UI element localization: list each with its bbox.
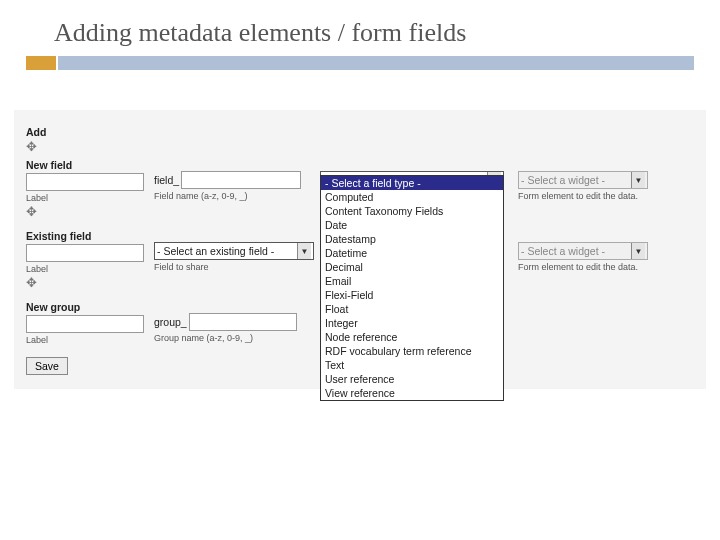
existing-field-widget-caption: Form element to edit the data. [518, 262, 694, 272]
existing-field-label-input[interactable] [26, 244, 144, 262]
field-type-option[interactable]: Float [321, 302, 503, 316]
field-type-option[interactable]: Decimal [321, 260, 503, 274]
slide-title: Adding metadata elements / form fields [0, 0, 720, 56]
field-type-option[interactable]: Date [321, 218, 503, 232]
underline-accent [26, 56, 56, 70]
field-name-prefix: field_ [154, 174, 179, 186]
drag-handle-icon[interactable]: ✥ [26, 205, 146, 218]
drag-handle-icon[interactable]: ✥ [26, 140, 694, 153]
field-type-option[interactable]: - Select a field type - [321, 176, 503, 190]
field-type-option[interactable]: Text [321, 358, 503, 372]
existing-field-heading: Existing field [26, 230, 146, 242]
new-group-label-caption: Label [26, 335, 146, 345]
new-group-heading: New group [26, 301, 146, 313]
existing-field-label-caption: Label [26, 264, 146, 274]
field-type-option[interactable]: Datetime [321, 246, 503, 260]
widget-selected: - Select a widget - [521, 245, 605, 257]
chevron-down-icon: ▼ [297, 243, 311, 259]
new-field-row: New field Label ✥ field_ Field name (a-z… [26, 157, 694, 222]
widget-selected: - Select a widget - [521, 174, 605, 186]
drag-handle-icon[interactable]: ✥ [26, 276, 146, 289]
new-field-label-caption: Label [26, 193, 146, 203]
underline-main [58, 56, 694, 70]
title-underline [26, 56, 694, 70]
new-field-label-input[interactable] [26, 173, 144, 191]
field-type-option[interactable]: Node reference [321, 330, 503, 344]
existing-field-selected: - Select an existing field - [157, 245, 274, 257]
existing-field-select[interactable]: - Select an existing field - ▼ [154, 242, 314, 260]
field-type-option[interactable]: Computed [321, 190, 503, 204]
new-field-widget-caption: Form element to edit the data. [518, 191, 694, 201]
field-type-option[interactable]: Content Taxonomy Fields [321, 204, 503, 218]
form-area: Add ✥ New field Label ✥ field_ Field nam… [14, 110, 706, 389]
new-group-label-input[interactable] [26, 315, 144, 333]
chevron-down-icon: ▼ [631, 172, 645, 188]
field-type-option[interactable]: Datestamp [321, 232, 503, 246]
group-name-prefix: group_ [154, 316, 187, 328]
chevron-down-icon: ▼ [631, 243, 645, 259]
field-type-option[interactable]: View reference [321, 386, 503, 400]
field-type-dropdown[interactable]: - Select a field type - Computed Content… [320, 175, 504, 401]
add-heading: Add [26, 126, 694, 138]
field-type-option[interactable]: Email [321, 274, 503, 288]
new-group-name-caption: Group name (a-z, 0-9, _) [154, 333, 310, 343]
field-type-option[interactable]: Flexi-Field [321, 288, 503, 302]
new-field-widget-select[interactable]: - Select a widget - ▼ [518, 171, 648, 189]
field-type-option[interactable]: RDF vocabulary term reference [321, 344, 503, 358]
new-field-name-input[interactable] [181, 171, 301, 189]
new-field-heading: New field [26, 159, 146, 171]
field-type-option[interactable]: User reference [321, 372, 503, 386]
new-group-name-input[interactable] [189, 313, 297, 331]
field-type-option[interactable]: Integer [321, 316, 503, 330]
existing-field-widget-select[interactable]: - Select a widget - ▼ [518, 242, 648, 260]
new-field-name-caption: Field name (a-z, 0-9, _) [154, 191, 310, 201]
save-button[interactable]: Save [26, 357, 68, 375]
